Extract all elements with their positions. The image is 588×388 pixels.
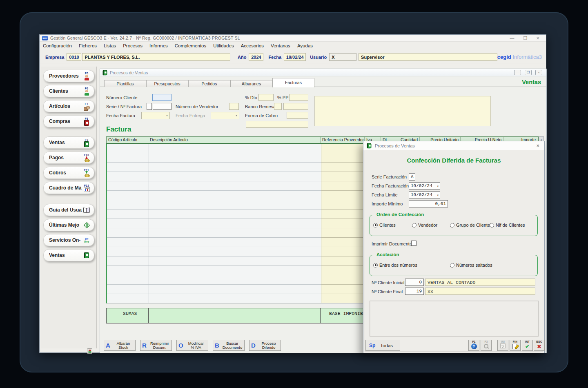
albaran-stock-button[interactable]: A AlbaránStock — [104, 340, 136, 351]
serie-facturacion-input[interactable]: A — [409, 173, 415, 181]
imprimir-documento-checkbox[interactable] — [411, 241, 416, 246]
numero-cliente-label: Número Cliente — [106, 95, 137, 100]
boxes-icon — [84, 105, 90, 110]
radio-entre-dos-numeros[interactable]: Entre dos números — [373, 263, 417, 268]
user-code-field[interactable]: X — [329, 53, 356, 61]
sidebar-item-pagos[interactable]: Pagos F10 — [43, 152, 94, 164]
radio-clientes[interactable]: Clientes — [373, 223, 396, 227]
pp-input[interactable] — [289, 94, 308, 101]
brand-informatica3: Informàtica3 — [512, 54, 542, 60]
sidebar-item-ventas[interactable]: Ventas F9 — [43, 136, 94, 149]
sidebar-item-compras[interactable]: Compras F8 — [43, 115, 94, 127]
menu-ayudas[interactable]: Ayudas — [297, 43, 313, 48]
cliente-inicial-input[interactable]: 0 — [405, 279, 424, 286]
col-descripcion[interactable]: Descripción Artículo — [148, 137, 321, 143]
sidebar-item-proveedores[interactable]: Proveedores F5 — [43, 70, 94, 82]
buscar-documento-button[interactable]: B BuscarDocumento — [213, 340, 245, 351]
date-field[interactable]: 19/02/24 — [284, 53, 306, 61]
tab-presupuestos[interactable]: Presupuestos — [146, 80, 188, 87]
user-name-field[interactable]: Supervisor — [359, 53, 497, 61]
forma-cobro-desc-input[interactable] — [246, 121, 308, 128]
cliente-inicial-label: Nº Cliente Inicial — [372, 280, 404, 285]
tab-albaranes[interactable]: Albaranes — [230, 80, 272, 87]
menu-procesos[interactable]: Procesos — [123, 43, 143, 48]
empresa-code-field[interactable]: 0010 — [67, 53, 81, 61]
fecha-entrega-select[interactable]: ▼ — [211, 112, 239, 119]
serie-input[interactable] — [147, 103, 152, 110]
menu-complementos[interactable]: Complementos — [175, 43, 206, 48]
online-icon: online — [82, 237, 91, 243]
fecha-facturacion-select[interactable]: 19/02/24▼ — [409, 182, 440, 190]
fecha-limite-select[interactable]: 19/02/24▼ — [409, 191, 440, 198]
radio-icon — [450, 223, 454, 227]
tab-pedidos[interactable]: Pedidos — [188, 80, 230, 87]
menu-accesorios[interactable]: Accesorios — [241, 43, 264, 48]
restore-icon[interactable]: ❐ — [523, 35, 528, 41]
cancel-button[interactable]: ESC ✖ — [534, 340, 545, 351]
sidebar-item-guia-del-usuario[interactable]: Guía del Usua — [43, 204, 94, 216]
col-codigo[interactable]: Código Artículo — [107, 137, 148, 143]
reimprimir-docum-button[interactable]: R ReimprimirDocum. — [140, 340, 172, 351]
dto-input[interactable] — [258, 94, 274, 101]
dialog-close-icon[interactable]: × — [536, 143, 541, 149]
menu-informes[interactable]: Informes — [149, 43, 168, 48]
menu-listas[interactable]: Listas — [104, 43, 116, 48]
col-referencia[interactable]: Referencia Proveedor — [321, 137, 365, 143]
panel-minimize-icon[interactable]: — — [514, 70, 521, 75]
sidebar-item-clientes[interactable]: Clientes F6 — [43, 85, 94, 97]
todas-button[interactable]: Sp Todas — [365, 340, 400, 351]
empresa-name-field[interactable]: PLANTAS Y FLORES, S.L. — [82, 53, 230, 61]
proceso-diferido-button[interactable]: D ProcesoDiferido — [249, 340, 281, 351]
accept-button[interactable]: INT ✔ — [522, 340, 533, 351]
status-tray-icon[interactable] — [87, 348, 92, 354]
tab-plantillas[interactable]: Plantillas — [104, 80, 146, 87]
help-icon: ? — [471, 343, 477, 349]
banco-remesa-code-input[interactable] — [274, 103, 282, 110]
modificar-iva-button[interactable]: O Modificar% IVA — [176, 340, 208, 351]
radio-grupo-clientes[interactable]: Grupo de Clientes — [450, 223, 492, 227]
sidebar-item-servicios-online[interactable]: Servicios On- online — [43, 234, 94, 246]
forma-cobro-input[interactable] — [287, 112, 308, 119]
sidebar-item-cobros[interactable]: Cobros F11 — [43, 167, 94, 179]
cliente-final-input[interactable]: 19 — [405, 288, 424, 295]
panel-close-icon[interactable]: × — [535, 70, 542, 75]
dialog-title: Procesos de Ventas — [375, 143, 415, 148]
menu-ficheros[interactable]: Ficheros — [79, 43, 97, 48]
tab-facturas[interactable]: Facturas — [272, 78, 314, 87]
cliente-final-name-field[interactable]: xx — [425, 288, 535, 295]
referencia-column — [321, 144, 365, 303]
radio-nif-clientes[interactable]: Nif de Clientes — [490, 223, 525, 227]
radio-numeros-saltados[interactable]: Números saltados — [450, 263, 492, 268]
serie-factura-label: Serie / Nº Factura — [106, 104, 142, 109]
acotacion-group: Acotación Entre dos números Números salt… — [370, 255, 538, 276]
fecha-factura-select[interactable]: ▼ — [141, 112, 170, 119]
fin-button[interactable]: FIN — [510, 340, 521, 351]
screen-background: gesc Gestión General GESCO3 E · Ver. 24.… — [0, 0, 588, 388]
banco-remesa-input[interactable] — [283, 103, 308, 110]
help-button[interactable]: F1 ? — [468, 340, 479, 351]
sidebar-item-ventas-2[interactable]: Ventas — [43, 249, 94, 261]
vendedor-input[interactable] — [229, 103, 239, 110]
ini-button[interactable]: INI — [497, 340, 508, 351]
radio-icon — [450, 263, 454, 268]
chevron-down-icon: ▼ — [437, 185, 439, 188]
importe-minimo-input[interactable]: 0,01 — [409, 200, 448, 207]
numero-factura-input[interactable] — [153, 103, 172, 110]
sidebar-item-ultimas-mejoras[interactable]: Últimas Mejo — [43, 219, 94, 231]
notes-box[interactable] — [314, 96, 491, 126]
menu-ventanas[interactable]: Ventanas — [271, 43, 290, 48]
vendedor-label: Número de Vendedor — [176, 104, 218, 109]
dialog-titlebar: Procesos de Ventas × — [363, 141, 544, 150]
search-button[interactable]: F3 — [481, 340, 492, 351]
radio-vendedor[interactable]: Vendedor — [412, 223, 437, 227]
sidebar-item-articulos[interactable]: Artículos F7 — [43, 100, 94, 112]
panel-restore-icon[interactable]: ❐ — [525, 70, 532, 75]
menu-utilidades[interactable]: Utilidades — [213, 43, 234, 48]
minimize-icon[interactable]: — — [510, 35, 514, 41]
close-icon[interactable]: × — [536, 35, 539, 41]
sidebar-item-cuadro-de-mandos[interactable]: Cuadro de Ma F12 — [43, 182, 94, 194]
numero-cliente-input[interactable] — [152, 94, 172, 101]
cliente-inicial-name-field[interactable]: VENTAS AL CONTADO — [425, 279, 535, 286]
menu-configuracion[interactable]: Configuración — [43, 43, 72, 48]
year-field[interactable]: 2024 — [249, 53, 263, 61]
